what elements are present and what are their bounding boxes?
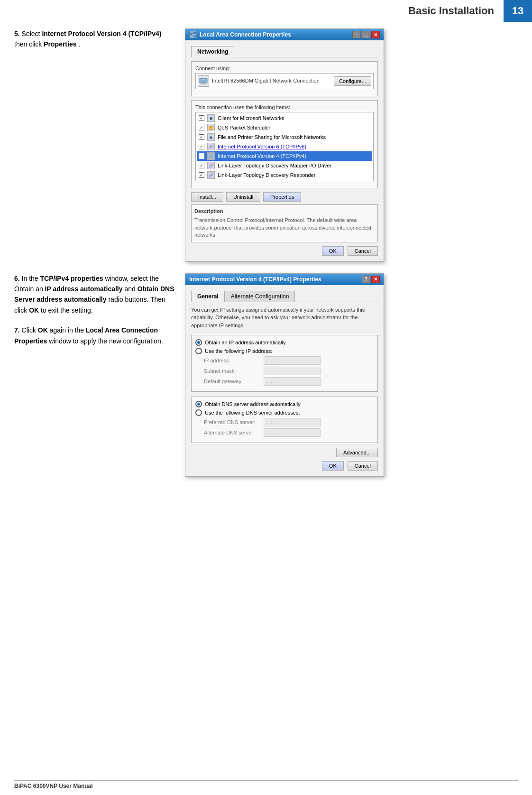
use-following-ip-radio-dot[interactable] xyxy=(195,348,202,354)
step6-bold1: TCP/IPv4 properties xyxy=(40,275,103,282)
subnet-label: Subnet mask: xyxy=(204,368,261,374)
obtain-ip-label: Obtain an IP address automatically xyxy=(205,340,285,345)
items-list[interactable]: ✓ 🖥 Client for Microsoft Networks ✓ 📶 Qo… xyxy=(195,112,374,181)
items-section: This connection uses the following items… xyxy=(191,100,378,188)
list-item-4[interactable]: ✓ 🔗 Internet Protocol Version 4 (TCP/IPv… xyxy=(197,151,372,161)
icon-2: 🖨 xyxy=(207,133,215,141)
step6-bold2: IP address automatically xyxy=(45,285,123,293)
ip-address-label: IP address: xyxy=(204,358,261,363)
step5-text: 5. Select Internet Protocol Version 4 (T… xyxy=(14,28,175,50)
step5-number: 5. xyxy=(14,30,20,37)
tab-networking[interactable]: Networking xyxy=(191,46,234,57)
item-label-5: Link-Layer Topology Discovery Mapper I/O… xyxy=(218,163,331,168)
step7-text: 7. Click OK again in the Local Area Conn… xyxy=(14,325,175,346)
use-following-dns-radio[interactable]: Use the following DNS server addresses: xyxy=(195,409,374,416)
use-following-dns-label: Use the following DNS server addresses: xyxy=(205,410,300,416)
uninstall-button[interactable]: Uninstall xyxy=(226,192,260,202)
dialog2-titlebar: Internet Protocol Version 4 (TCP/IPv4) P… xyxy=(185,274,384,285)
gateway-label: Default gateway: xyxy=(204,379,261,384)
adapter-icon-svg xyxy=(199,76,208,86)
item-label-1: QoS Packet Scheduler xyxy=(218,125,270,130)
adapter-name: Intel(R) 82566DM Gigabit Network Connect… xyxy=(212,78,320,83)
obtain-dns-radio-dot[interactable] xyxy=(195,401,202,407)
dialog2-help-button[interactable]: ? xyxy=(362,276,370,283)
svg-rect-8 xyxy=(202,79,204,80)
configure-button[interactable]: Configure... xyxy=(334,76,371,86)
local-area-connection-dialog: Local Area Connection Properties – □ ✕ N… xyxy=(185,28,384,262)
preferred-dns-field-row: Preferred DNS server: . . . xyxy=(195,418,374,426)
dialog2-tabs: General Alternate Configuration xyxy=(191,291,378,302)
minimize-button[interactable]: – xyxy=(352,31,361,38)
dialog1-ok-cancel: OK Cancel xyxy=(191,246,378,256)
gateway-field-row: Default gateway: . . . xyxy=(195,377,374,386)
obtain-ip-auto-radio[interactable]: Obtain an IP address automatically xyxy=(195,339,374,346)
chapter-title: Basic Installation xyxy=(29,1,504,21)
dialog2-title: Internet Protocol Version 4 (TCP/IPv4) P… xyxy=(189,276,321,283)
item-label-2: File and Printer Sharing for Microsoft N… xyxy=(218,134,326,140)
checkbox-6[interactable]: ✓ xyxy=(199,172,204,178)
install-button[interactable]: Install... xyxy=(191,192,223,202)
tab-alternate-config[interactable]: Alternate Configuration xyxy=(225,291,295,302)
dialog2-ok-cancel: OK Cancel xyxy=(191,461,378,471)
obtain-dns-auto-radio[interactable]: Obtain DNS server address automatically xyxy=(195,401,374,407)
dialog1-cancel-button[interactable]: Cancel xyxy=(348,246,378,256)
step5-row: 5. Select Internet Protocol Version 4 (T… xyxy=(14,28,518,262)
icon-0: 🖥 xyxy=(207,114,215,122)
icon-3: 🔗 xyxy=(207,143,215,150)
step6-text5: to exit the setting. xyxy=(41,306,93,314)
step5-text-after: then click xyxy=(14,40,44,48)
dialog1-title: Local Area Connection Properties xyxy=(200,31,291,38)
svg-rect-5 xyxy=(200,78,207,83)
checkbox-0[interactable]: ✓ xyxy=(199,115,204,121)
dialog2-controls[interactable]: ? ✕ xyxy=(362,276,380,283)
step7-text2: again in the xyxy=(50,326,86,334)
checkbox-5[interactable]: ✓ xyxy=(199,163,204,168)
alternate-dns-label: Alternate DNS server: xyxy=(204,430,261,435)
step6-text: 6. In the TCP/IPv4 properties window, se… xyxy=(14,273,175,316)
dialog2-wrapper: Internet Protocol Version 4 (TCP/IPv4) P… xyxy=(185,273,518,477)
maximize-button[interactable]: □ xyxy=(362,31,370,38)
properties-button[interactable]: Properties xyxy=(263,192,301,202)
dialog1-ok-button[interactable]: OK xyxy=(322,246,344,256)
list-item-2[interactable]: ✓ 🖨 File and Printer Sharing for Microso… xyxy=(197,132,372,142)
dialog2-close-button[interactable]: ✕ xyxy=(371,276,380,283)
preferred-dns-placeholder: . . . xyxy=(266,419,278,425)
svg-rect-2 xyxy=(193,36,196,37)
list-item-6[interactable]: ✓ 🔗 Link-Layer Topology Discovery Respon… xyxy=(197,170,372,180)
page-header: Basic Installation 13 xyxy=(29,0,532,22)
ip-address-field-row: IP address: . . . xyxy=(195,356,374,365)
tcpipv4-dialog: Internet Protocol Version 4 (TCP/IPv4) P… xyxy=(185,273,384,477)
checkbox-4[interactable]: ✓ xyxy=(199,153,204,159)
advanced-button[interactable]: Advanced... xyxy=(336,448,378,457)
dialog1-controls[interactable]: – □ ✕ xyxy=(352,31,380,38)
obtain-ip-radio-dot[interactable] xyxy=(195,339,202,346)
subnet-input: . . . xyxy=(264,367,321,375)
dialog2-cancel-button[interactable]: Cancel xyxy=(348,461,378,471)
checkbox-1[interactable]: ✓ xyxy=(199,125,204,130)
checkbox-3[interactable]: ✓ xyxy=(199,144,204,149)
step6-bold4: OK xyxy=(29,306,39,314)
step5-bold2: Properties xyxy=(44,40,76,48)
svg-line-3 xyxy=(193,33,193,34)
ip-address-input: . . . xyxy=(264,356,321,365)
close-button[interactable]: ✕ xyxy=(371,31,380,38)
list-item-5[interactable]: ✓ 🔗 Link-Layer Topology Discovery Mapper… xyxy=(197,161,372,170)
dialog1-titlebar: Local Area Connection Properties – □ ✕ xyxy=(185,29,384,40)
main-content: 5. Select Internet Protocol Version 4 (T… xyxy=(0,0,532,502)
tab-general[interactable]: General xyxy=(191,291,225,302)
footer-text: BiPAC 6300VNP User Manual xyxy=(14,783,93,789)
page-number: 13 xyxy=(504,0,532,22)
list-item-3[interactable]: ✓ 🔗 Internet Protocol Version 6 (TCP/IPv… xyxy=(197,142,372,151)
item-label-4: Internet Protocol Version 4 (TCP/IPv4) xyxy=(218,153,306,159)
checkbox-2[interactable]: ✓ xyxy=(199,134,204,140)
preferred-dns-label: Preferred DNS server: xyxy=(204,419,261,425)
icon-4: 🔗 xyxy=(207,152,215,160)
dialog1-tabs: Networking xyxy=(191,46,378,57)
ip-placeholder: . . . xyxy=(266,357,278,363)
use-following-ip-radio[interactable]: Use the following IP address: xyxy=(195,348,374,354)
use-following-dns-radio-dot[interactable] xyxy=(195,409,202,416)
list-item-1[interactable]: ✓ 📶 QoS Packet Scheduler xyxy=(197,123,372,132)
dialog2-ok-button[interactable]: OK xyxy=(322,461,344,471)
list-item-0[interactable]: ✓ 🖥 Client for Microsoft Networks xyxy=(197,113,372,123)
use-following-ip-label: Use the following IP address: xyxy=(205,348,272,354)
